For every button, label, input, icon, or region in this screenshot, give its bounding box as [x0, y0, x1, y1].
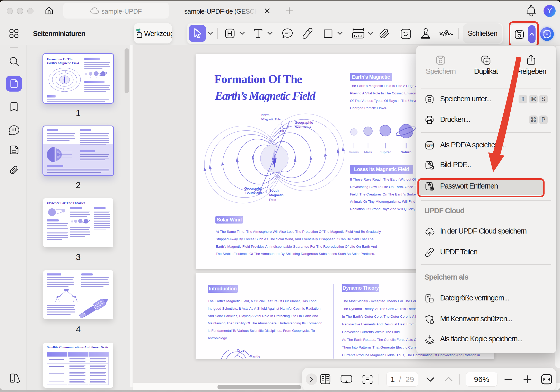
svg-text:Jupiter: Jupiter	[380, 150, 391, 154]
svg-text:Saturn: Saturn	[401, 150, 411, 154]
svg-text:Venus: Venus	[349, 150, 359, 154]
svg-text:Mars: Mars	[364, 150, 372, 154]
svg-text:PDF/A: PDF/A	[425, 144, 434, 147]
svg-text:1.5: 1.5	[279, 129, 284, 133]
